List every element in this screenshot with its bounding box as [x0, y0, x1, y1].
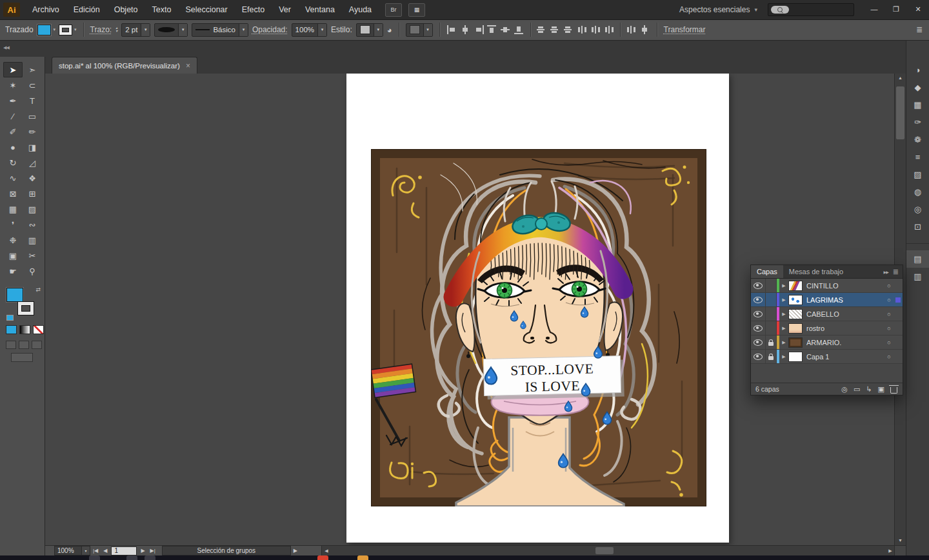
- swap-fill-stroke-icon[interactable]: ⇄: [35, 286, 41, 293]
- gradient-tool[interactable]: ▨: [23, 201, 42, 217]
- brushes-icon[interactable]: ✑: [906, 114, 929, 131]
- color-panel-icon[interactable]: ◑: [906, 61, 929, 79]
- align-vertical-bottom-icon[interactable]: [514, 25, 525, 34]
- stroke-weight-label[interactable]: Trazo:: [90, 25, 112, 34]
- menu-item-7[interactable]: Ventana: [298, 0, 342, 19]
- distribute-spacing-icon[interactable]: [626, 25, 637, 34]
- distribute-horizontal-right-icon[interactable]: [604, 25, 615, 34]
- appearance-icon[interactable]: ◎: [906, 201, 929, 218]
- panel-menu-icon[interactable]: ≣: [893, 268, 899, 276]
- menu-item-4[interactable]: Seleccionar: [178, 0, 234, 19]
- type-tool[interactable]: T: [23, 93, 42, 108]
- scroll-up-icon[interactable]: ▲: [895, 74, 906, 83]
- layer-thumbnail[interactable]: [788, 352, 803, 362]
- blob-brush-tool[interactable]: ●: [3, 139, 23, 155]
- layer-row-capa-1[interactable]: ▶Capa 1○: [751, 350, 903, 364]
- layer-row-cabello[interactable]: ▶CABELLO○: [751, 307, 903, 321]
- menu-item-1[interactable]: Edición: [66, 0, 107, 19]
- recolor-artwork-icon[interactable]: ◕: [387, 25, 392, 35]
- lock-toggle[interactable]: [766, 279, 777, 292]
- clipping-mask-icon[interactable]: ▭: [854, 385, 860, 394]
- target-circle-icon[interactable]: ○: [883, 311, 895, 317]
- menu-item-2[interactable]: Objeto: [107, 0, 145, 19]
- layer-row-cintillo[interactable]: ▶CINTILLO○: [751, 279, 903, 293]
- taskbar-app-red[interactable]: [317, 555, 328, 560]
- brush-definition-select[interactable]: ▾: [154, 23, 188, 37]
- lock-toggle[interactable]: [766, 293, 777, 306]
- draw-normal-button[interactable]: [6, 341, 16, 349]
- expand-layer-icon[interactable]: ▶: [779, 354, 788, 359]
- bridge-icon[interactable]: Br: [385, 3, 402, 17]
- column-graph-tool[interactable]: ▥: [23, 232, 42, 248]
- transform-label[interactable]: Transformar: [664, 25, 706, 34]
- next-artboard-button[interactable]: ▶: [141, 548, 145, 554]
- target-circle-icon[interactable]: ○: [883, 297, 895, 303]
- status-proxy-arrow[interactable]: ▶: [294, 548, 297, 554]
- swatches-icon[interactable]: ▦: [906, 96, 929, 114]
- align-to-selection-icon[interactable]: [639, 25, 650, 34]
- select-similar-select[interactable]: ▾: [406, 23, 433, 37]
- selection-tool[interactable]: ➤: [3, 62, 23, 77]
- distribute-horizontal-left-icon[interactable]: [577, 25, 588, 34]
- shape-builder-tool[interactable]: ⊠: [3, 186, 23, 201]
- draw-behind-button[interactable]: [19, 341, 29, 349]
- graphic-style-select[interactable]: ▾: [356, 23, 383, 37]
- graphic-styles-icon[interactable]: ⊡: [906, 218, 929, 235]
- search-input[interactable]: [768, 3, 854, 16]
- artboard-tool[interactable]: ▣: [3, 248, 23, 263]
- align-vertical-top-icon[interactable]: [487, 25, 498, 34]
- scroll-right-icon[interactable]: ▶: [886, 548, 895, 554]
- layer-name[interactable]: LAGRIMAS: [806, 296, 883, 304]
- distribute-vertical-center-icon[interactable]: [550, 25, 561, 34]
- draw-inside-button[interactable]: [32, 341, 42, 349]
- taskbar-app-3[interactable]: [145, 555, 155, 560]
- layer-thumbnail[interactable]: [788, 309, 803, 319]
- status-indicator[interactable]: Selección de grupos: [162, 546, 291, 555]
- pencil-tool[interactable]: ✏: [23, 124, 42, 139]
- visibility-toggle[interactable]: [751, 350, 766, 363]
- blend-tool[interactable]: ∾: [23, 217, 42, 232]
- arrange-documents-icon[interactable]: ▦: [408, 3, 425, 17]
- menu-item-5[interactable]: Efecto: [235, 0, 272, 19]
- width-tool[interactable]: ∿: [3, 170, 23, 186]
- lock-toggle[interactable]: [766, 335, 777, 349]
- stroke-panel-icon[interactable]: ≡: [906, 148, 929, 166]
- close-tab-icon[interactable]: ×: [186, 61, 190, 70]
- document-tab[interactable]: stop.ai* al 100% (RGB/Previsualizar) ×: [52, 57, 197, 74]
- none-button[interactable]: [33, 325, 44, 334]
- new-layer-icon[interactable]: ▣: [878, 385, 884, 394]
- visibility-toggle[interactable]: [751, 293, 766, 306]
- scroll-left-icon[interactable]: ◀: [322, 548, 331, 554]
- windows-taskbar[interactable]: [0, 555, 929, 560]
- horizontal-scrollbar[interactable]: ◀ ▶: [321, 546, 895, 555]
- artwork[interactable]: STOP...LOVE IS LOVE: [371, 149, 706, 506]
- transparency-icon[interactable]: ◍: [906, 183, 929, 201]
- visibility-toggle[interactable]: [751, 307, 766, 321]
- hand-tool[interactable]: ☛: [3, 263, 23, 279]
- lasso-tool[interactable]: ⊂: [23, 77, 42, 93]
- layer-row-rostro[interactable]: ▶rostro○: [751, 321, 903, 335]
- align-horizontal-left-icon[interactable]: [446, 25, 457, 34]
- free-transform-tool[interactable]: ❖: [23, 170, 42, 186]
- menu-item-0[interactable]: Archivo: [25, 0, 66, 19]
- lock-toggle[interactable]: [766, 321, 777, 335]
- fill-color-indicator[interactable]: [6, 288, 23, 302]
- rectangle-tool[interactable]: ▭: [23, 108, 42, 124]
- expand-layer-icon[interactable]: ▶: [779, 297, 788, 303]
- layer-row-lagrimas[interactable]: ▶LAGRIMAS○: [751, 293, 903, 307]
- symbol-sprayer-tool[interactable]: ❉: [3, 232, 23, 248]
- locate-object-icon[interactable]: ◎: [841, 385, 848, 394]
- distribute-vertical-top-icon[interactable]: [536, 25, 547, 34]
- layer-thumbnail[interactable]: [788, 323, 803, 334]
- hscroll-thumb[interactable]: [595, 547, 614, 554]
- menu-item-8[interactable]: Ayuda: [342, 0, 379, 19]
- menu-item-6[interactable]: Ver: [272, 0, 298, 19]
- taskbar-app-orange[interactable]: [357, 555, 368, 560]
- tab-capas[interactable]: Capas: [751, 265, 783, 278]
- stroke-color-indicator[interactable]: [18, 302, 34, 315]
- visibility-toggle[interactable]: [751, 279, 766, 292]
- paintbrush-tool[interactable]: ✐: [3, 124, 23, 139]
- align-horizontal-right-icon[interactable]: [474, 25, 484, 34]
- layer-name[interactable]: rostro: [806, 325, 883, 332]
- distribute-horizontal-center-icon[interactable]: [590, 25, 601, 34]
